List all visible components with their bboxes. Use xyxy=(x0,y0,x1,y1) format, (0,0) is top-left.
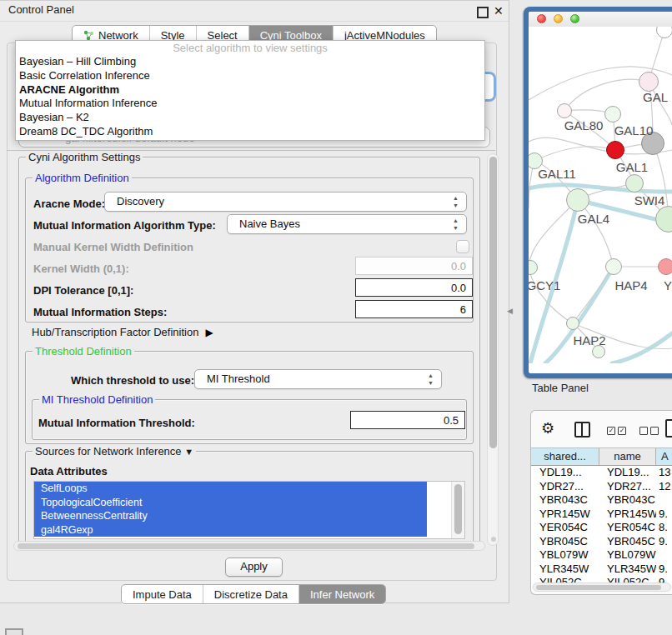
network-window-titlebar xyxy=(529,12,672,28)
table-header-row: shared... name A xyxy=(531,448,672,466)
algorithm-option-mutual-information-inference[interactable]: Mutual Information Inference xyxy=(16,97,484,111)
algorithm-option-bayesian-hill-climbing[interactable]: Bayesian – Hill Climbing xyxy=(16,55,484,69)
scrollbar-dot xyxy=(491,537,496,542)
attributes-scrollbar[interactable] xyxy=(451,482,464,538)
scrollbar-thumb[interactable] xyxy=(489,157,497,448)
table-row[interactable]: YBR045CYBR045C9. xyxy=(531,535,672,549)
table-row[interactable]: YER054CYER054C8. xyxy=(531,521,672,535)
popup-placeholder: Select algorithm to view settings xyxy=(16,41,484,55)
table-cell: YIL052C xyxy=(531,576,599,582)
table-row[interactable]: YLR345WYLR345W9. xyxy=(531,562,672,577)
scrollbar-thumb[interactable] xyxy=(454,484,462,534)
table-toolbar: ⚙ ✓✓ xyxy=(531,411,672,448)
algorithm-option-basic-correlation-inference[interactable]: Basic Correlation Inference xyxy=(16,69,484,83)
table-horizontal-scrollbar[interactable] xyxy=(533,582,671,592)
network-node[interactable] xyxy=(639,72,659,92)
tab-infer-network[interactable]: Infer Network xyxy=(298,585,385,603)
apply-button[interactable]: Apply xyxy=(225,558,283,577)
attribute-item-topologicalcoefficient[interactable]: TopologicalCoefficient xyxy=(34,496,427,510)
network-node[interactable] xyxy=(557,103,572,118)
hub-transcription-factor-expander[interactable]: Hub/Transcription Factor Definition▶ xyxy=(32,326,213,338)
group-title: Sources for Network Inference ▼ xyxy=(33,445,196,458)
scrollbar-thumb[interactable] xyxy=(536,585,661,590)
mi-steps-field[interactable]: 6 xyxy=(355,300,473,318)
table-cell: YDR27... xyxy=(531,480,599,494)
attribute-item-selfloops[interactable]: SelfLoops xyxy=(34,482,427,496)
table-cell: YBR043C xyxy=(531,493,599,508)
node-label-swi4: SWI4 xyxy=(634,193,665,208)
expand-right-triangle-icon[interactable]: ▶ xyxy=(205,327,213,338)
table-cell: YPR145W xyxy=(599,508,656,522)
attribute-item-betweennesscentrality[interactable]: BetweennessCentrality xyxy=(34,509,427,523)
split-pane-collapse-arrow[interactable]: ◀ xyxy=(507,307,513,315)
algorithm-option-dream8-dc-tdc-algorithm[interactable]: Dream8 DC_TDC Algorithm xyxy=(16,125,484,139)
tab-impute-data[interactable]: Impute Data xyxy=(122,585,203,603)
control-panel: Control Panel ✕ NetworkStyleSelectCyni T… xyxy=(0,0,509,603)
node-label-gal11: GAL11 xyxy=(538,167,576,181)
network-node[interactable] xyxy=(566,317,579,330)
which-threshold-combobox[interactable]: MI Threshold ▲▼ xyxy=(194,369,442,389)
collapse-triangle-icon[interactable]: ▼ xyxy=(184,447,193,457)
manual-kernel-width-label: Manual Kernel Width Definition xyxy=(33,241,193,253)
algorithm-option-aracne-algorithm[interactable]: ARACNE Algorithm xyxy=(16,83,484,98)
attribute-item-gal4rgexp[interactable]: gal4RGexp xyxy=(34,523,427,538)
table-row[interactable]: YBR043CYBR043C xyxy=(531,493,672,508)
table-panel: ⚙ ✓✓ shared... name A YDL19...YDL19...13… xyxy=(530,410,672,595)
column-header-partial[interactable]: A xyxy=(656,448,672,465)
scrollbar-thumb[interactable] xyxy=(18,543,474,549)
settings-horizontal-scrollbar[interactable] xyxy=(13,541,485,551)
combo-arrows-icon: ▲▼ xyxy=(452,194,459,209)
control-panel-titlebar: Control Panel ✕ xyxy=(0,1,509,22)
table-row[interactable]: YIL052CYIL052C9. xyxy=(531,576,672,582)
table-cell xyxy=(656,493,672,508)
which-threshold-label: Which threshold to use: xyxy=(71,374,194,387)
mi-threshold-label: Mutual Information Threshold: xyxy=(38,417,195,429)
mi-threshold-field[interactable]: 0.5 xyxy=(350,411,465,429)
kernel-width-field[interactable]: 0.0 xyxy=(355,257,473,275)
table-cell: 13 xyxy=(656,466,672,480)
dpi-tolerance-field[interactable]: 0.0 xyxy=(355,278,473,297)
network-node[interactable] xyxy=(606,141,624,159)
select-all-checkboxes-icon[interactable]: ✓✓ xyxy=(607,427,626,435)
table-cell: YDL19... xyxy=(531,466,599,480)
table-row[interactable]: YDR27...YDR27...12 xyxy=(531,480,672,494)
network-node[interactable] xyxy=(625,174,644,192)
kernel-width-label: Kernel Width (0,1): xyxy=(33,262,129,275)
network-canvas[interactable]: GALGAL80GAL10GAL1GAL11SWI4GAL4GCY1HAP4YH… xyxy=(529,27,672,363)
tab-label: Discretize Data xyxy=(214,586,288,603)
network-icon xyxy=(83,30,94,41)
node-label-gal80: GAL80 xyxy=(564,118,604,132)
network-node[interactable] xyxy=(604,106,621,122)
manual-kernel-width-checkbox[interactable] xyxy=(456,240,469,253)
table-cell: YLR345W xyxy=(531,562,599,577)
export-table-icon[interactable] xyxy=(665,419,672,438)
float-panel-icon[interactable] xyxy=(477,7,489,18)
column-header-shared-name[interactable]: shared... xyxy=(531,448,599,465)
tab-discretize-data[interactable]: Discretize Data xyxy=(203,585,298,603)
data-attributes-list[interactable]: SelfLoopsTopologicalCoefficientBetweenne… xyxy=(33,481,465,539)
node-label-gal4: GAL4 xyxy=(578,212,609,226)
minimized-panel-icon[interactable] xyxy=(5,628,23,635)
table-cell: 12 xyxy=(656,480,672,494)
table-row[interactable]: YDL19...YDL19...13 xyxy=(531,466,672,480)
table-cell: 9. xyxy=(656,508,672,522)
deselect-all-checkboxes-icon[interactable] xyxy=(639,427,659,435)
zoom-traffic-light-icon[interactable] xyxy=(570,14,579,23)
settings-vertical-scrollbar[interactable] xyxy=(487,153,499,546)
algorithm-option-bayesian-k2[interactable]: Bayesian – K2 xyxy=(16,111,484,125)
table-row[interactable]: YBL079WYBL079W xyxy=(531,548,672,562)
gear-icon[interactable]: ⚙ xyxy=(541,419,554,438)
close-panel-icon[interactable]: ✕ xyxy=(494,4,504,18)
network-node[interactable] xyxy=(605,258,622,275)
network-node[interactable] xyxy=(566,188,589,212)
table-row[interactable]: YPR145WYPR145W9. xyxy=(531,508,672,522)
column-header-name[interactable]: name xyxy=(599,448,656,465)
network-view-window[interactable]: GALGAL80GAL10GAL1GAL11SWI4GAL4GCY1HAP4YH… xyxy=(524,7,672,378)
mi-algorithm-type-combobox[interactable]: Naive Bayes ▲▼ xyxy=(227,214,467,234)
minimize-traffic-light-icon[interactable] xyxy=(554,14,563,23)
aracne-mode-combobox[interactable]: Discovery ▲▼ xyxy=(104,192,467,212)
columns-icon[interactable] xyxy=(574,422,590,438)
close-traffic-light-icon[interactable] xyxy=(537,14,546,23)
network-node[interactable] xyxy=(658,258,672,275)
table-cell: YBR045C xyxy=(599,535,656,549)
